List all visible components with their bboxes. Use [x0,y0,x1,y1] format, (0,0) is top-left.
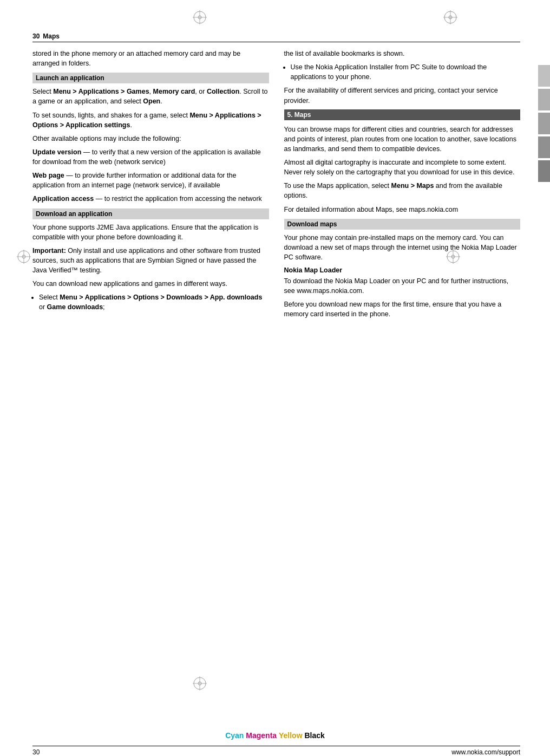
section-download-maps-header: Download maps [284,219,521,230]
maps-menu-bold: Menu > Maps [391,182,434,190]
page-number-header: 30 [32,32,40,40]
page-footer: 30 www.nokia.com/support [32,746,520,756]
color-tab-5 [538,160,550,182]
content-area: 30 Maps stored in the phone memory or an… [32,32,520,691]
important-bold: Important: [32,247,66,255]
reg-mark-top-left [192,10,207,25]
web-page-para: Web page — to provide further informatio… [32,171,269,190]
maps-para1: You can browse maps for different cities… [284,125,521,154]
page-header: 30 Maps [32,32,520,42]
availability-text: For the availability of different servic… [284,86,521,105]
right-column: the list of available bookmarks is shown… [284,49,521,323]
nokia-map-loader-para2: To download the Nokia Map Loader on your… [284,276,521,296]
nokia-map-loader-title: Nokia Map Loader [284,266,521,274]
launch-para3: Other available options may include the … [32,134,269,144]
right-bullet-item1: Use the Nokia Application Installer from… [291,62,521,82]
page-title-header: Maps [43,32,60,40]
download-para2: You can download new applications and ga… [32,279,269,289]
color-strip-magenta: Magenta [246,731,277,740]
maps-para2: Almost all digital cartography is inaccu… [284,158,521,177]
important-para: Important: Only install and use applicat… [32,246,269,275]
left-column: stored in the phone memory or an attache… [32,49,269,323]
continuation-text: the list of available bookmarks is shown… [284,49,521,58]
color-tab-1 [538,65,550,87]
important-text: Only install and use applications and ot… [32,247,260,274]
right-bullet-list: Use the Nokia Application Installer from… [291,62,521,82]
color-tabs [538,65,550,182]
maps-para4: For detailed information about Maps, see… [284,205,521,214]
dl-game-bold: Game downloads [47,303,103,311]
intro-text: stored in the phone memory or an attache… [32,49,269,68]
color-strip: Cyan Magenta Yellow Black [225,731,325,740]
section-maps-header: 5. Maps [284,109,521,120]
color-tab-4 [538,136,550,158]
launch-para2: To set sounds, lights, and shakes for a … [32,110,269,130]
color-tab-2 [538,89,550,110]
reg-mark-mid-left [16,249,31,264]
footer-page-number: 30 [32,748,40,756]
color-tab-3 [538,113,550,134]
dl-menu-bold: Menu > Applications > [60,294,131,301]
launch-open-text: Open [143,97,160,105]
page-container: 30 Maps stored in the phone memory or an… [0,0,550,756]
launch-menu-text: Menu > Applications > Games [53,88,149,95]
launch-para1: Select Menu > Applications > Games, Memo… [32,87,269,106]
two-columns: stored in the phone memory or an attache… [32,49,520,323]
app-access-bold: Application access [32,195,94,203]
color-strip-yellow: Yellow [279,731,303,740]
launch-collection-text: Collection [207,88,239,95]
app-access-text: — to restrict the application from acces… [96,195,262,203]
nokia-map-loader-para3: Before you download new maps for the fir… [284,299,521,319]
download-list: Select Menu > Applications > Options > D… [39,292,269,312]
download-list-item1: Select Menu > Applications > Options > D… [39,292,269,312]
section-launch-header: Launch an application [32,73,269,83]
launch-memory-text: Memory card [153,88,195,95]
reg-mark-top-right [443,10,458,25]
section-download-header: Download an application [32,208,269,219]
download-para1: Your phone supports J2ME Java applicatio… [32,223,269,242]
launch-menu2-text: Menu > Applications > Options > Applicat… [32,112,261,129]
download-maps-para1: Your phone may contain pre-installed map… [284,233,521,262]
update-version-para: Update version — to verify that a new ve… [32,147,269,167]
update-version-bold: Update version [32,148,81,156]
maps-para3: To use the Maps application, select Menu… [284,181,521,200]
app-access-para: Application access — to restrict the app… [32,194,269,204]
footer-website: www.nokia.com/support [451,748,520,756]
web-page-bold: Web page [32,172,64,179]
color-strip-cyan: Cyan [225,731,244,740]
dl-options-bold: Options > Downloads > App. downloads [133,294,262,301]
color-strip-black: Black [304,731,324,740]
